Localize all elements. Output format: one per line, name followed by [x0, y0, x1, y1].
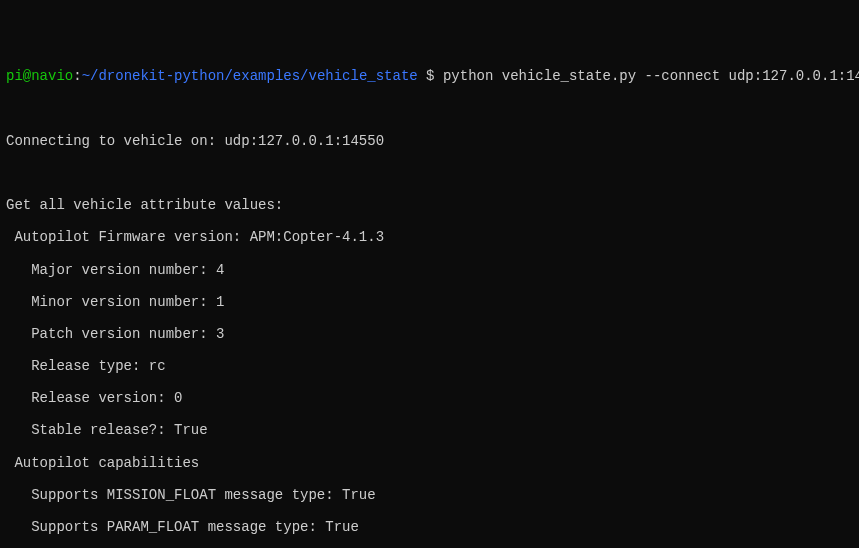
prompt-path: /dronekit-python/examples/vehicle_state — [90, 68, 418, 84]
command-text: python vehicle_state.py --connect udp:12… — [443, 68, 859, 84]
output-line: Stable release?: True — [6, 422, 853, 438]
output-line: Connecting to vehicle on: udp:127.0.0.1:… — [6, 133, 853, 149]
output-line: Minor version number: 1 — [6, 294, 853, 310]
output-line: Patch version number: 3 — [6, 326, 853, 342]
prompt-line: pi@navio:~/dronekit-python/examples/vehi… — [6, 68, 853, 84]
output-line: Release type: rc — [6, 358, 853, 374]
output-line: Autopilot capabilities — [6, 455, 853, 471]
prompt-at: @ — [23, 68, 31, 84]
prompt-tilde: ~ — [82, 68, 90, 84]
prompt-host: navio — [31, 68, 73, 84]
output-line — [6, 165, 853, 181]
prompt-user: pi — [6, 68, 23, 84]
prompt-dollar: $ — [418, 68, 443, 84]
prompt-colon: : — [73, 68, 81, 84]
output-line: Release version: 0 — [6, 390, 853, 406]
terminal[interactable]: pi@navio:~/dronekit-python/examples/vehi… — [6, 68, 853, 548]
output-line — [6, 101, 853, 117]
output-line: Supports PARAM_FLOAT message type: True — [6, 519, 853, 535]
output-line: Get all vehicle attribute values: — [6, 197, 853, 213]
output-line: Major version number: 4 — [6, 262, 853, 278]
output-line: Supports MISSION_FLOAT message type: Tru… — [6, 487, 853, 503]
output-line: Autopilot Firmware version: APM:Copter-4… — [6, 229, 853, 245]
